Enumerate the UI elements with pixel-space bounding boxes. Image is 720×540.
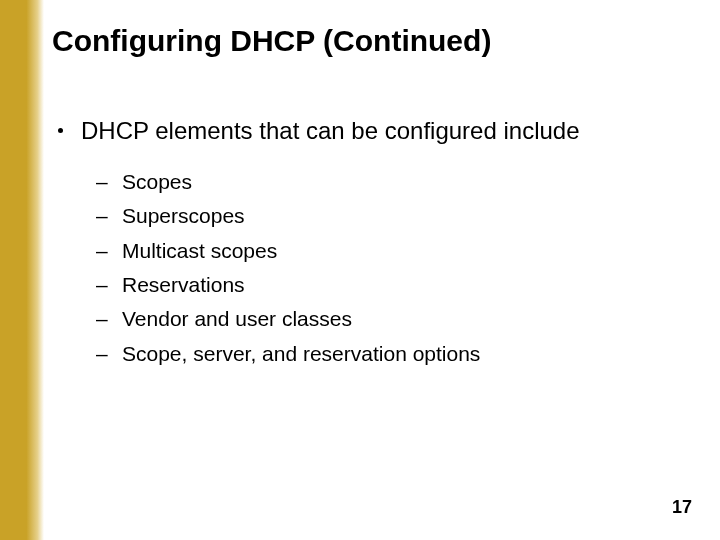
- list-item: – Reservations: [96, 271, 700, 299]
- list-item: – Vendor and user classes: [96, 305, 700, 333]
- dash-icon: –: [96, 202, 112, 230]
- bullet-dot-icon: [58, 128, 63, 133]
- slide-title: Configuring DHCP (Continued): [52, 24, 700, 58]
- sub-item-text: Multicast scopes: [122, 237, 277, 265]
- dash-icon: –: [96, 237, 112, 265]
- sub-item-text: Scopes: [122, 168, 192, 196]
- dash-icon: –: [96, 168, 112, 196]
- bullet-text: DHCP elements that can be configured inc…: [81, 116, 580, 146]
- list-item: – Superscopes: [96, 202, 700, 230]
- slide-content: Configuring DHCP (Continued) DHCP elemen…: [52, 24, 700, 374]
- page-number: 17: [672, 497, 692, 518]
- sub-list: – Scopes – Superscopes – Multicast scope…: [96, 168, 700, 368]
- dash-icon: –: [96, 271, 112, 299]
- sub-item-text: Reservations: [122, 271, 245, 299]
- sub-item-text: Superscopes: [122, 202, 245, 230]
- sub-item-text: Scope, server, and reservation options: [122, 340, 480, 368]
- dash-icon: –: [96, 305, 112, 333]
- dash-icon: –: [96, 340, 112, 368]
- decorative-side-bar: [0, 0, 44, 540]
- list-item: – Multicast scopes: [96, 237, 700, 265]
- list-item: – Scopes: [96, 168, 700, 196]
- list-item: – Scope, server, and reservation options: [96, 340, 700, 368]
- bullet-item: DHCP elements that can be configured inc…: [52, 116, 700, 146]
- sub-item-text: Vendor and user classes: [122, 305, 352, 333]
